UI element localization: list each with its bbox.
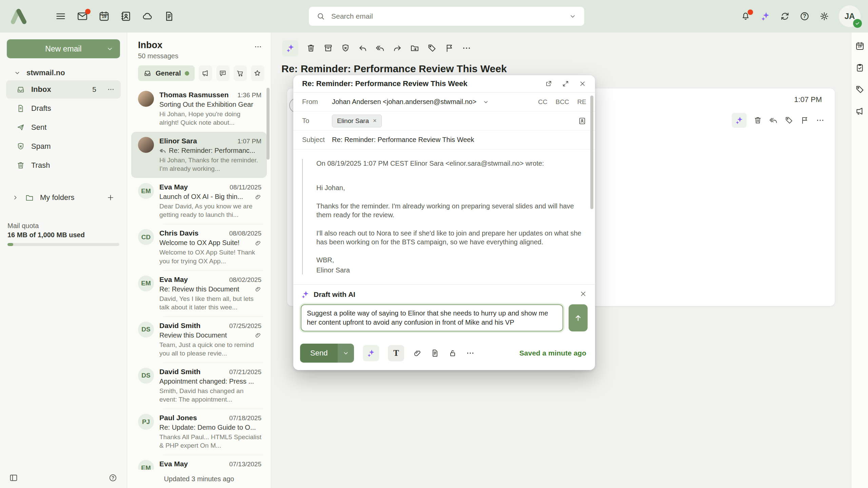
subject-value[interactable]: Re: Reminder: Performance Review This We… [332,136,474,144]
add-folder-icon[interactable] [106,194,115,202]
to-row[interactable]: To Elinor Sara × [293,111,595,130]
more-actions-icon[interactable] [816,116,825,125]
delete-icon[interactable] [753,116,762,125]
documents-app-icon[interactable] [163,11,175,22]
folder-more-icon[interactable] [107,86,115,93]
tab-general[interactable]: General [138,65,195,81]
close-icon[interactable] [579,80,586,87]
flag-icon[interactable] [800,116,809,125]
list-item[interactable]: CD Chris Davis08/08/2025 Welcome to OX A… [127,224,271,270]
mark-spam-icon[interactable] [341,43,350,53]
from-value[interactable]: Johan Andersen <johan.andersen@stwmail.n… [332,98,476,106]
collapse-sidebar-icon[interactable] [9,473,18,483]
help-icon[interactable]: ? [800,11,810,21]
search-options-chevron-icon[interactable] [569,12,577,20]
ai-prompt-input[interactable]: Suggest a polite way of saying to Elinor… [301,304,563,331]
compose-body[interactable]: On 08/19/2025 1:07 PM CEST Elinor Sara <… [293,149,595,284]
tab-announcements[interactable] [199,65,212,81]
more-actions-icon[interactable] [462,43,471,53]
attach-file-icon[interactable] [413,349,422,358]
popout-icon[interactable] [545,80,552,87]
remove-recipient-icon[interactable]: × [373,117,377,124]
formatting-toggle[interactable]: T [388,345,404,361]
contacts-app-icon[interactable] [120,11,132,22]
new-email-button[interactable]: New email [7,39,120,58]
rail-tags-icon[interactable] [855,85,865,94]
ai-submit-button[interactable] [569,304,588,331]
compose-titlebar[interactable]: Re: Reminder: Performance Review This We… [293,75,595,93]
list-item[interactable]: EM Eva May07/13/2025 Launch of OX AI - B… [127,455,271,470]
sidebar-item-my-folders[interactable]: My folders [6,188,121,207]
tag-icon[interactable] [785,116,793,125]
ai-assistant-icon[interactable] [732,113,747,128]
settings-gear-icon[interactable] [819,11,829,21]
rail-tasks-icon[interactable] [855,63,865,73]
address-book-icon[interactable] [578,117,586,125]
app-logo[interactable] [9,7,28,25]
recipient-chip[interactable]: Elinor Sara × [332,115,382,127]
flag-icon[interactable] [445,43,454,53]
list-item[interactable]: EM Eva May08/02/2025 Re: Review this Doc… [127,270,271,317]
account-avatar-initials: JA [845,12,855,21]
list-scrollbar[interactable] [267,88,270,160]
account-avatar[interactable]: JA [839,5,861,27]
from-chevron-icon[interactable] [482,99,489,105]
calendar-app-icon[interactable]: 19 [98,11,110,22]
signature-icon[interactable] [431,349,439,358]
menu-icon[interactable] [55,11,66,22]
delete-icon[interactable] [306,43,316,53]
cc-toggle[interactable]: CC [538,98,547,106]
list-item[interactable]: DS David Smith07/21/2025 Appointment cha… [127,363,271,409]
account-tree-toggle[interactable]: stwmail.no [0,68,127,77]
notifications-icon[interactable] [741,11,751,21]
move-to-folder-icon[interactable] [410,43,419,53]
reply-icon[interactable] [358,43,368,53]
more-options-icon[interactable] [466,349,475,358]
list-item[interactable]: PJ Paul Jones07/18/2025 Re: Update: Demo… [127,409,271,455]
encryption-lock-icon[interactable] [448,349,457,358]
archive-icon[interactable] [323,43,333,53]
compose-scrollbar[interactable] [590,96,593,209]
calendar-day-number: 19 [98,14,110,19]
chevron-right-icon[interactable] [12,194,19,201]
search-bar[interactable] [309,7,584,26]
cloud-app-icon[interactable] [142,11,153,22]
sidebar-help-icon[interactable]: ? [108,473,117,482]
ai-assistant-icon[interactable] [282,40,298,56]
rail-calendar-icon[interactable]: 19 [855,41,865,51]
list-item[interactable]: EM Eva May08/11/2025 Launch of OX AI - B… [127,178,271,224]
list-item[interactable]: DS David Smith07/25/2025 Review this Doc… [127,317,271,363]
sidebar-item-trash[interactable]: Trash [6,156,121,175]
forward-icon[interactable] [393,43,402,53]
tab-purchases[interactable] [234,65,247,81]
list-item-selected[interactable]: ES Elinor Sara1:07 PM Re: Reminder: Perf… [131,132,267,178]
new-email-chevron-icon[interactable] [106,45,114,53]
ai-assistant-icon[interactable] [363,345,379,361]
rail-announcements-icon[interactable] [855,106,865,116]
sidebar-item-sent[interactable]: Sent [6,118,121,137]
folder-label: Inbox [31,85,86,94]
tab-conversations[interactable] [216,65,230,81]
send-button[interactable]: Send [300,344,354,363]
ai-close-icon[interactable] [579,290,587,298]
bcc-toggle[interactable]: BCC [555,98,569,106]
re-toggle[interactable]: RE [577,98,586,106]
sidebar-item-spam[interactable]: Spam [6,137,121,156]
list-item[interactable]: TR Thomas Rasmussen1:36 PM Sorting Out t… [127,86,271,132]
sidebar-item-drafts[interactable]: Drafts [6,99,121,118]
sidebar-item-inbox[interactable]: Inbox 5 [6,80,121,99]
subject-row[interactable]: Subject Re: Reminder: Performance Review… [293,130,595,149]
tab-starred[interactable] [251,65,264,81]
send-options-chevron-icon[interactable] [338,344,354,363]
send-label[interactable]: Send [300,344,338,363]
ai-assistant-icon[interactable] [760,11,770,21]
expand-icon[interactable] [562,80,569,87]
reply-all-icon[interactable] [769,116,778,125]
mail-app-icon[interactable] [77,11,88,22]
list-more-icon[interactable] [254,43,262,51]
reply-all-icon[interactable] [375,43,385,53]
attachment-icon [255,194,261,200]
search-input[interactable] [331,12,569,21]
tag-icon[interactable] [427,43,437,53]
refresh-icon[interactable] [780,11,790,21]
